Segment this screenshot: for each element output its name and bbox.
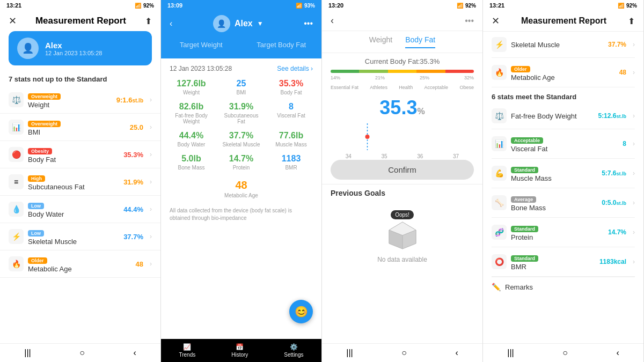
close-icon[interactable]: ✕ — [9, 15, 17, 27]
chevron-bodyfat: › — [150, 151, 152, 158]
p4-skeletal-info: Skeletal Muscle — [511, 41, 604, 49]
stat-skeletal[interactable]: ⚡ Low Skeletal Muscle 37.7% › — [0, 223, 160, 250]
p1-header: ✕ Measurement Report ⬆ — [0, 11, 160, 31]
nav-menu-3[interactable]: ||| — [346, 348, 353, 358]
p2-skeletal-val: 37.7% — [219, 131, 263, 141]
p2-bmr: 1183 BMR — [269, 154, 313, 171]
tab-trends[interactable]: 📈 Trends — [179, 343, 195, 358]
p3-more-icon[interactable]: ••• — [465, 16, 474, 26]
stat-weight[interactable]: ⚖️ Overweight Weight 9:1.6st.lb › — [0, 86, 160, 114]
p4-stat-skeletal[interactable]: ⚡ Skeletal Muscle 37.7% › — [492, 32, 635, 58]
status-icons-3: 📶 92% — [457, 3, 476, 9]
p4-chevron-protein: › — [633, 228, 635, 236]
p2-see-details[interactable]: See details › — [277, 65, 313, 72]
metabolicage-info: Older Metabolic Age — [28, 255, 131, 273]
p2-protein: 14.7% Protein — [219, 154, 263, 171]
p2-weight-val: 127.6lb — [170, 79, 213, 88]
status-bar-3: 13:20 📶 92% — [322, 0, 482, 11]
p4-visceral-val: 8 — [623, 140, 626, 147]
p2-bodywater-val: 44.4% — [170, 131, 213, 141]
p4-share-icon[interactable]: ⬆ — [628, 16, 635, 26]
no-data-label: No data available — [377, 256, 427, 263]
p2-fatfree: 82.6lb Fat-free Body Weight — [170, 102, 213, 124]
p4-stat-fatfree[interactable]: ⚖️ Fat-free Body Weight 5:12.6st.lb › — [492, 103, 635, 129]
p3-back-icon[interactable]: ‹ — [331, 15, 334, 26]
bodyfat-icon: 🔴 — [9, 147, 24, 162]
skeletal-info: Low Skeletal Muscle — [28, 227, 119, 246]
tab-history[interactable]: 📅 History — [231, 343, 248, 358]
p2-subcutaneous: 31.9% Subcutaneous Fat — [219, 102, 263, 124]
p2-visceral-val: 8 — [269, 102, 313, 112]
p4-stat-visceral[interactable]: 📊 Acceptable Visceral Fat 8 › — [492, 129, 635, 159]
badge-overweight-weight: Overweight — [28, 93, 61, 100]
p2-metabolicage-val: 48 — [170, 179, 313, 191]
chevron-subcutaneous: › — [150, 178, 152, 186]
p4-close-icon[interactable]: ✕ — [492, 15, 500, 27]
tab-target-weight[interactable]: Target Weight — [161, 36, 241, 54]
p4-header: ✕ Measurement Report ⬆ — [483, 11, 643, 32]
panel-4: 13:21 📶 92% ✕ Measurement Report ⬆ ⚡ Ske… — [483, 0, 644, 362]
chevron-metabolicage: › — [150, 260, 152, 268]
stat-subcutaneous[interactable]: ≡ High Subcutaneous Fat 31.9% › — [0, 168, 160, 196]
user-date: 12 Jan 2023 13:05:28 — [45, 50, 102, 56]
tab-target-bodyfat[interactable]: Target Body Fat — [241, 36, 322, 54]
nav-home-4[interactable]: ○ — [562, 348, 568, 358]
p2-bmi-val: 25 — [219, 79, 263, 88]
current-bodyfat-label: Current Body Fat:35.3% — [322, 53, 482, 70]
nav-home-3[interactable]: ○ — [401, 348, 407, 358]
remarks-row[interactable]: ✏️ Remarks — [492, 277, 635, 297]
stat-metabolicage[interactable]: 🔥 Older Metabolic Age 48 › — [0, 250, 160, 278]
p4-stat-metabolicage[interactable]: 🔥 Older Metabolic Age 48 › — [492, 58, 635, 87]
tab-settings[interactable]: ⚙️ Settings — [284, 343, 303, 358]
tab-weight[interactable]: Weight — [369, 35, 392, 48]
bmi-icon: 📊 — [9, 120, 24, 135]
seg-health — [388, 70, 416, 73]
weight-label: Weight — [28, 101, 112, 109]
badge-low-water: Low — [28, 203, 44, 209]
gauge-pct-32: 32% — [464, 75, 474, 80]
p2-bmr-label: BMR — [269, 165, 313, 171]
subcutaneous-icon: ≡ — [9, 174, 24, 189]
nav-menu-1[interactable]: ||| — [24, 348, 31, 358]
p2-metrics-grid: 127.6lb Weight 25 BMI 35.3% Body Fat 82.… — [170, 79, 313, 171]
gauge-pct-14: 14% — [331, 75, 340, 80]
tab-bodyfat-chart[interactable]: Body Fat — [405, 35, 435, 48]
nav-menu-4[interactable]: ||| — [507, 348, 514, 358]
p3-tabs: Weight Body Fat — [322, 31, 482, 53]
nav-back-1[interactable]: ‹ — [133, 348, 136, 358]
p4-stat-bmr[interactable]: ⭕ Standard BMR 1183kcal › — [492, 247, 635, 277]
time-1: 13:21 — [6, 2, 21, 9]
share-icon[interactable]: ⬆ — [145, 16, 152, 26]
nav-back-3[interactable]: ‹ — [455, 348, 458, 358]
p4-visceral-info: Acceptable Visceral Fat — [511, 135, 618, 153]
weight-icon: ⚖️ — [9, 92, 24, 107]
stat-bmi[interactable]: 📊 Overweight BMI 25.0 › — [0, 114, 160, 141]
p4-stat-bonemass[interactable]: 🦴 Average Bone Mass 0:5.0st.lb › — [492, 188, 635, 218]
p4-bmr-info: Standard BMR — [511, 253, 595, 271]
p4-content: ⚡ Skeletal Muscle 37.7% › 🔥 Older Metabo… — [483, 32, 643, 343]
weight-info: Overweight Weight — [28, 91, 112, 109]
battery-2: 93% — [304, 3, 315, 9]
seg-obese — [445, 70, 474, 73]
nav-back-4[interactable]: ‹ — [616, 348, 619, 358]
confirm-button[interactable]: Confirm — [331, 160, 474, 180]
p2-username: Alex — [235, 19, 253, 28]
p4-skeletal-val: 37.7% — [608, 41, 626, 48]
p2-back-icon[interactable]: ‹ — [170, 19, 172, 28]
p2-more-icon[interactable]: ••• — [304, 19, 313, 28]
stat-bodywater[interactable]: 💧 Low Body Water 44.4% › — [0, 196, 160, 223]
time-2: 13:09 — [167, 2, 182, 9]
p2-weight: 127.6lb Weight — [170, 79, 213, 95]
p4-stat-protein[interactable]: 🧬 Standard Protein 14.7% › — [492, 218, 635, 247]
bodywater-value: 44.4% — [123, 205, 143, 213]
fab-button[interactable]: 😊 — [289, 300, 313, 323]
history-icon: 📅 — [236, 343, 244, 351]
nav-home-1[interactable]: ○ — [79, 348, 85, 358]
bottom-nav-1: ||| ○ ‹ — [0, 343, 160, 362]
p4-stat-musclemass[interactable]: 💪 Standard Muscle Mass 5:7.6st.lb › — [492, 159, 635, 188]
stat-bodyfat[interactable]: 🔴 Obesity Body Fat 35.3% › — [0, 141, 160, 168]
skeletal-icon: ⚡ — [9, 229, 24, 244]
p2-tabs: Target Weight Target Body Fat — [161, 36, 321, 58]
p2-bmi: 25 BMI — [219, 79, 263, 95]
p2-subcutaneous-val: 31.9% — [219, 102, 263, 112]
